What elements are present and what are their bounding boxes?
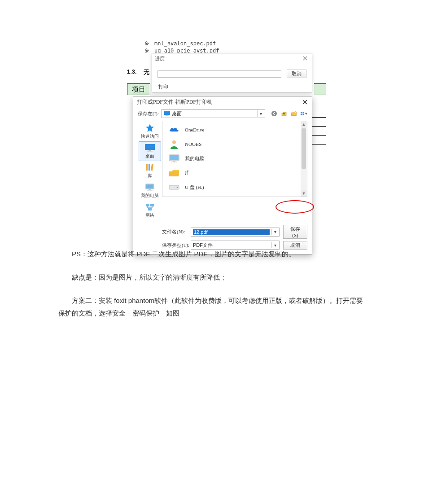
- svg-rect-16: [146, 184, 153, 188]
- table-rule: [312, 117, 326, 118]
- svg-rect-24: [170, 155, 179, 160]
- progress-titlebar: 进度: [152, 53, 312, 63]
- list-item[interactable]: 我的电脑: [168, 153, 302, 163]
- svg-rect-14: [151, 164, 153, 171]
- place-quick-access[interactable]: 快速访问: [139, 122, 161, 141]
- place-this-pc[interactable]: 我的电脑: [139, 181, 161, 201]
- place-libraries[interactable]: 库: [139, 161, 161, 181]
- svg-rect-7: [301, 114, 302, 115]
- table-header-right: [314, 83, 326, 95]
- chevron-down-icon[interactable]: ▾: [257, 110, 264, 117]
- progress-body: 取消: [152, 63, 312, 83]
- scroll-track[interactable]: [301, 127, 307, 190]
- place-label: 我的电脑: [141, 193, 159, 199]
- table-header-label: 项目: [132, 85, 145, 94]
- progress-status-label: 打印: [152, 83, 312, 91]
- item-label: 库: [185, 170, 190, 176]
- libraries-icon: [144, 163, 155, 172]
- file-list: OneDrive NOOBS 我的电脑: [162, 121, 307, 196]
- section-title-fragment: 无: [144, 68, 149, 76]
- list-item[interactable]: OneDrive: [168, 125, 302, 135]
- progress-dialog: 进度 取消 打印: [152, 53, 312, 92]
- filename-label: 文件名(N):: [162, 228, 187, 235]
- close-icon[interactable]: [298, 97, 311, 106]
- save-as-dialog: 打印成PDF文件-福昕PDF打印机 保存在(I): 桌面 ▾: [133, 96, 312, 254]
- save-button[interactable]: 保存(S): [283, 225, 307, 239]
- places-bar: 快速访问 桌面 库 我: [138, 121, 162, 220]
- network-icon: [144, 202, 155, 211]
- table-rule: [312, 126, 326, 127]
- place-label: 快速访问: [141, 133, 159, 140]
- bullet-icon: ※: [144, 40, 149, 47]
- place-label: 桌面: [145, 153, 154, 159]
- svg-rect-11: [147, 151, 153, 152]
- chevron-down-icon[interactable]: ▾: [271, 229, 278, 235]
- scroll-thumb[interactable]: [302, 128, 306, 169]
- list-item[interactable]: 库: [168, 168, 302, 178]
- back-icon[interactable]: [271, 110, 278, 117]
- item-label: OneDrive: [185, 127, 204, 132]
- svg-rect-1: [166, 115, 168, 116]
- folder-icon: [168, 168, 180, 178]
- document-page: ※ mnl_avalon_spec.pdf ※ ug a10 pcie avst…: [0, 0, 424, 504]
- scroll-up-icon[interactable]: ▲: [301, 121, 307, 127]
- svg-point-3: [271, 111, 277, 116]
- paragraph: 缺点是：因为是图片，所以文字的清晰度有所降低；: [58, 271, 366, 284]
- progress-cancel-button[interactable]: 取消: [287, 70, 306, 78]
- item-label: NOOBS: [185, 141, 201, 147]
- file-list-area: OneDrive NOOBS 我的电脑: [162, 121, 307, 197]
- filename-input[interactable]: 12.pdf ▾: [191, 228, 280, 237]
- save-body: 快速访问 桌面 库 我: [133, 121, 312, 222]
- svg-rect-21: [148, 208, 152, 210]
- scroll-down-icon[interactable]: ▼: [301, 190, 307, 197]
- location-combo[interactable]: 桌面 ▾: [162, 109, 265, 118]
- user-icon: [168, 139, 180, 149]
- svg-rect-6: [302, 112, 304, 114]
- paragraph: PS：这种方法就是将 PDF 二次生成图片 PDF，图片的文字是无法复制的。: [58, 248, 366, 260]
- svg-rect-26: [171, 162, 177, 162]
- table-rule: [312, 144, 326, 145]
- place-label: 库: [148, 173, 152, 179]
- body-text: PS：这种方法就是将 PDF 二次生成图片 PDF，图片的文字是无法复制的。 缺…: [58, 248, 366, 320]
- svg-rect-25: [173, 161, 175, 162]
- progress-title: 进度: [155, 55, 165, 62]
- drive-icon: [168, 182, 180, 192]
- place-label: 网络: [145, 212, 154, 219]
- section-number: 1.3.: [127, 68, 137, 75]
- place-network[interactable]: 网络: [139, 201, 161, 220]
- svg-point-28: [177, 187, 178, 188]
- close-icon[interactable]: [301, 54, 309, 62]
- svg-rect-8: [302, 114, 304, 115]
- star-icon: [144, 123, 155, 132]
- svg-rect-12: [146, 164, 148, 171]
- filename-value: 12.pdf: [193, 229, 270, 235]
- new-folder-icon[interactable]: [290, 110, 297, 117]
- svg-rect-20: [150, 204, 154, 206]
- desktop-icon: [164, 110, 170, 117]
- onedrive-icon: [168, 125, 180, 135]
- list-item[interactable]: U 盘 (H:): [168, 182, 302, 192]
- list-item[interactable]: NOOBS: [168, 139, 302, 149]
- pc-icon: [144, 183, 155, 192]
- svg-rect-18: [147, 190, 153, 191]
- pc-icon: [168, 153, 180, 163]
- bullet-icon: ※: [144, 48, 149, 54]
- svg-rect-13: [149, 164, 150, 171]
- views-icon[interactable]: ▾: [300, 110, 307, 117]
- table-rule: [312, 135, 326, 136]
- scrollbar[interactable]: ▲ ▼: [301, 121, 307, 197]
- location-value: 桌面: [172, 110, 255, 117]
- item-label: 我的电脑: [185, 155, 205, 162]
- up-one-level-icon[interactable]: [280, 110, 288, 117]
- desktop-icon: [144, 143, 155, 152]
- svg-rect-2: [165, 115, 169, 116]
- svg-rect-9: [145, 144, 155, 150]
- place-desktop[interactable]: 桌面: [139, 141, 161, 161]
- chevron-down-icon[interactable]: ▾: [271, 242, 278, 248]
- progress-bar: [157, 70, 281, 78]
- svg-point-22: [172, 140, 176, 144]
- paragraph: 方案二：安装 foxit phantom软件（此软件为收费版，可以考虑使用正版，…: [58, 294, 366, 320]
- svg-rect-0: [164, 111, 170, 115]
- item-label: U 盘 (H:): [185, 184, 204, 191]
- table-header-cell: 项目: [127, 83, 150, 95]
